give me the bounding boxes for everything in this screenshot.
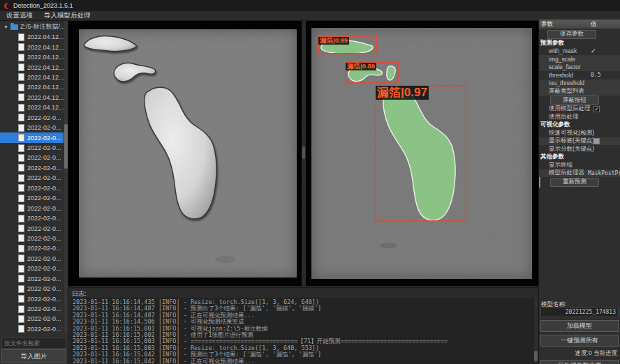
splitter-handle[interactable] xyxy=(302,146,305,159)
file-icon xyxy=(18,84,24,91)
file-item[interactable]: 2022-02-0... xyxy=(0,243,64,253)
param-value[interactable]: MaskPostPro xyxy=(588,169,620,178)
file-item-selected[interactable]: 2022-02-0... xyxy=(0,132,64,142)
detection-label: 漏箔|0.89 xyxy=(346,63,376,70)
param-label: 模型后处理器 xyxy=(549,169,584,177)
param-row-show-terminal[interactable]: 显示终端 xyxy=(539,161,620,169)
param-row-fast-visual[interactable]: 快速可视化(检测) xyxy=(539,129,620,137)
param-row-threshold[interactable]: threshold 0.5 xyxy=(539,71,620,79)
file-item-label: 2022.04.12... xyxy=(27,84,64,91)
file-item[interactable]: 2022.04.12... xyxy=(0,82,64,92)
file-item[interactable]: 2022-02-0... xyxy=(0,163,64,173)
repredict-button[interactable]: 重新预测 xyxy=(550,178,599,187)
file-icon xyxy=(18,315,24,323)
log-scrollbar[interactable] xyxy=(534,298,538,363)
file-icon xyxy=(18,234,24,242)
log-scrollbar-thumb[interactable] xyxy=(534,351,538,361)
file-item-label: 2022-02-0... xyxy=(27,235,61,242)
load-model-button[interactable]: 加载模型 xyxy=(540,320,619,332)
model-name-field[interactable]: 20221225_174813 xyxy=(540,307,619,317)
file-item[interactable]: 2022.04.12... xyxy=(0,93,64,103)
param-row-with-mask[interactable]: with_mask ✓ xyxy=(539,47,620,56)
title-bar: Detection_2023.1.5.1 xyxy=(0,0,620,11)
param-row-show-label[interactable]: 显示标签(关键点) xyxy=(539,137,620,146)
file-item[interactable]: 2022-02-0... xyxy=(0,213,64,223)
param-column-header: 参数 xyxy=(539,20,591,29)
file-item[interactable]: 2022-02-0... xyxy=(0,143,64,153)
file-item-label: 2022.04.12... xyxy=(27,33,64,40)
file-item[interactable]: 2022-02-0... xyxy=(0,274,64,284)
file-item[interactable]: 2022-02-0... xyxy=(0,173,64,183)
detection-label: 漏箔|0.97 xyxy=(376,86,429,100)
value-column-header: 值 xyxy=(591,20,620,29)
param-row-iou-threshold[interactable]: iou_threshold xyxy=(539,79,620,88)
file-item[interactable]: 2022-02-0... xyxy=(0,223,64,233)
file-item-label: 2022-02-0... xyxy=(27,265,61,272)
file-item[interactable]: 2022-02-0... xyxy=(0,304,64,314)
file-item-label: 2022.04.12... xyxy=(27,54,64,61)
file-item[interactable]: 2022.04.12... xyxy=(0,73,64,82)
postprocess-settings-button[interactable]: 后处理参数设置 xyxy=(540,360,619,364)
param-row-mask-type-list[interactable]: 屏蔽类型列表 xyxy=(539,87,620,96)
file-item[interactable]: 2022.04.12... xyxy=(0,62,64,72)
tree-root-folder[interactable]: ▼ Z:/5-标注数据/... xyxy=(0,22,64,32)
file-item-label: 2022-02-0... xyxy=(27,225,61,232)
file-item-label: 2022-02-0... xyxy=(27,205,61,212)
file-icon xyxy=(18,245,24,252)
file-item[interactable]: 2022.04.12... xyxy=(0,42,64,52)
param-label: 使用后处理 xyxy=(549,113,579,121)
sidebar-scrollbar-thumb[interactable] xyxy=(64,124,68,169)
file-item[interactable]: 2022-02-0... xyxy=(0,254,64,264)
progress-status: 速度:0 当前进度 xyxy=(539,349,617,358)
file-icon xyxy=(18,295,24,303)
file-item[interactable]: 2022-02-0... xyxy=(0,113,64,123)
file-item[interactable]: 2022-02-0... xyxy=(0,324,64,333)
file-item[interactable]: 2022-02-0... xyxy=(0,234,64,243)
file-item[interactable]: 2022-02-0... xyxy=(0,203,64,213)
file-item[interactable]: 2022-02-0... xyxy=(0,294,64,303)
original-image xyxy=(79,29,297,278)
file-item[interactable]: 2022.04.12... xyxy=(0,103,64,112)
chevron-down-icon[interactable]: ▼ xyxy=(3,24,8,29)
file-item[interactable]: 2022-02-0... xyxy=(0,183,64,193)
file-icon xyxy=(18,265,24,273)
file-icon xyxy=(18,204,24,212)
file-item[interactable]: 2022-02-0... xyxy=(0,314,64,324)
param-row-use-postprocess[interactable]: 使用后处理 xyxy=(539,113,620,121)
file-item-label: 2022-02-0... xyxy=(27,315,61,322)
file-item[interactable]: 2022-02-0... xyxy=(0,123,64,132)
log-output[interactable]: 2023-01-11 16:16:14,435 |INFO| - Resize:… xyxy=(70,298,538,364)
file-item-label: 2022-02-0... xyxy=(27,255,61,262)
file-item[interactable]: 2022.04.12... xyxy=(0,32,64,42)
param-row-use-model-postprocess[interactable]: 使用模型后处理 ✓ xyxy=(539,105,620,114)
file-item-label: 2022-02-0... xyxy=(27,326,61,333)
param-value[interactable]: 0.5 xyxy=(591,71,600,79)
param-row-scale-factor[interactable]: scale_factor xyxy=(539,63,620,72)
menu-item-import-postprocess[interactable]: 导入模型后处理 xyxy=(44,11,91,20)
prediction-image-viewer[interactable]: 漏箔|0.99 漏箔|0.89 漏箔|0.97 xyxy=(306,22,536,285)
save-params-button[interactable]: 保存参数 xyxy=(547,30,596,39)
param-row-model-postprocessor[interactable]: 模型后处理器 MaskPostPro xyxy=(539,169,620,178)
checkbox-unchecked-icon[interactable] xyxy=(593,138,600,144)
file-item-label: 2022-02-0... xyxy=(27,296,61,303)
file-item[interactable]: 2022.04.12... xyxy=(0,52,64,62)
file-item[interactable]: 2022-02-0... xyxy=(0,264,64,273)
file-icon xyxy=(18,104,24,112)
param-row-show-score[interactable]: 显示分数(关键点) xyxy=(539,145,620,153)
check-icon: ✓ xyxy=(591,47,596,56)
menu-item-settings[interactable]: 设置选项 xyxy=(6,11,33,20)
predict-all-button[interactable]: 一键预测所有 xyxy=(540,335,619,347)
file-item[interactable]: 2022-02-0... xyxy=(0,193,64,203)
mask-button[interactable]: 屏蔽按钮 xyxy=(550,96,599,105)
sidebar-scrollbar[interactable] xyxy=(64,21,68,333)
file-item[interactable]: 2022-02-0... xyxy=(0,284,64,294)
file-icon xyxy=(18,325,24,333)
search-input[interactable] xyxy=(1,338,66,349)
param-row-img-scale[interactable]: img_scale xyxy=(539,55,620,63)
import-images-button[interactable]: 导入图片 xyxy=(1,349,66,363)
original-image-viewer[interactable] xyxy=(73,22,302,285)
checkbox-checked-icon[interactable]: ✓ xyxy=(593,106,600,112)
file-item-label: 2022.04.12... xyxy=(27,74,64,81)
file-icon xyxy=(18,73,24,81)
file-item[interactable]: 2022-02-0... xyxy=(0,153,64,162)
